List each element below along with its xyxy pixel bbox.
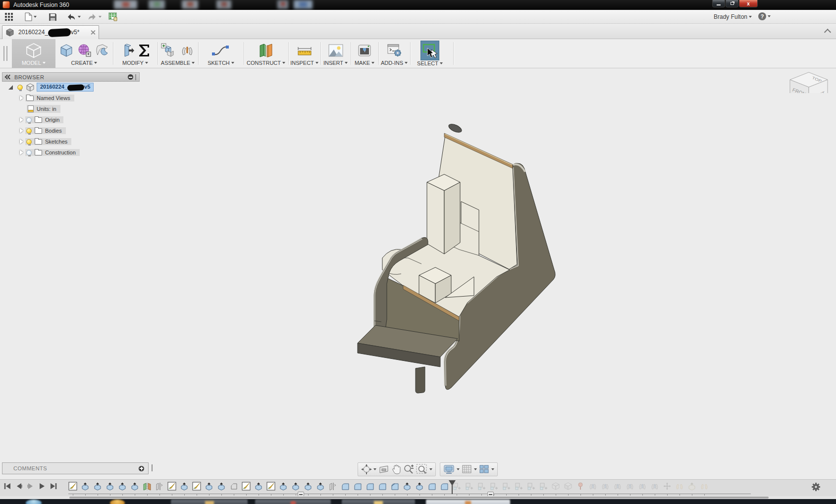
timeline-feature-fillet[interactable]	[366, 482, 375, 491]
data-panel-icon[interactable]	[108, 12, 118, 21]
ribbon-group-make[interactable]: MAKE	[351, 39, 378, 68]
collapse-panel-icon[interactable]	[5, 75, 10, 79]
browser-root-item[interactable]: 20160224_v5	[2, 82, 140, 93]
ribbon-group-insert[interactable]: INSERT	[320, 39, 351, 68]
tab-close-icon[interactable]	[90, 30, 96, 35]
redo-button[interactable]	[87, 12, 102, 21]
expanded-triangle-icon[interactable]	[8, 85, 13, 90]
pan-button[interactable]	[391, 464, 401, 475]
timeline-feature-fillet[interactable]	[427, 482, 437, 491]
timeline-feature-component[interactable]	[465, 482, 474, 491]
browser-item-sketches[interactable]: Sketches	[2, 136, 140, 147]
step-back-button[interactable]	[16, 483, 22, 490]
timeline-feature-extrude[interactable]	[304, 482, 313, 491]
timeline-feature-extrude_faded[interactable]	[687, 482, 697, 491]
comments-resize-handle[interactable]	[152, 464, 153, 471]
timeline-settings-gear-icon[interactable]	[812, 483, 820, 491]
comments-plus-icon[interactable]	[139, 466, 144, 471]
toolbar-grip-handle[interactable]	[3, 46, 7, 61]
collapsed-triangle-icon[interactable]	[20, 139, 23, 144]
timeline-feature-extrude[interactable]	[130, 482, 140, 491]
timeline-feature-joint[interactable]	[588, 482, 598, 491]
collapse-ribbon-chevron[interactable]	[825, 29, 831, 33]
visibility-bulb-on-icon[interactable]	[17, 85, 23, 90]
timeline-feature-extrude[interactable]	[279, 482, 288, 491]
account-menu[interactable]: Brady Fulton	[714, 13, 752, 20]
help-menu[interactable]: ?	[758, 12, 771, 20]
step-forward-button[interactable]	[27, 483, 34, 490]
browser-header[interactable]: BROWSER	[2, 72, 140, 82]
ribbon-group-assemble[interactable]: ASSEMBLE	[157, 39, 198, 68]
timeline-feature-sketch[interactable]	[266, 482, 276, 491]
timeline-feature-box_shaded[interactable]	[564, 482, 573, 491]
panel-minus-icon[interactable]	[128, 74, 133, 80]
timeline-feature-extrude[interactable]	[254, 482, 263, 491]
timeline-feature-joint[interactable]	[638, 482, 647, 491]
workspace-switcher-model[interactable]: MODEL	[12, 39, 55, 68]
timeline-ruler[interactable]	[68, 494, 751, 494]
zoom-window-button[interactable]	[416, 464, 432, 475]
timeline-feature-extrude[interactable]	[118, 482, 127, 491]
timeline-feature-joint_faded[interactable]	[700, 482, 709, 491]
modeling-canvas[interactable]: BROWSER 20160224_v5 Named Views	[0, 68, 836, 479]
timeline-feature-component[interactable]	[489, 482, 499, 491]
look-at-button[interactable]	[378, 464, 389, 474]
timeline-feature-fillet[interactable]	[440, 482, 449, 491]
zoom-button[interactable]	[403, 464, 414, 475]
timeline-feature-joint[interactable]	[650, 482, 660, 491]
restore-button[interactable]	[726, 0, 738, 7]
timeline-feature-chamfer[interactable]	[229, 482, 239, 491]
timeline-feature-extrude[interactable]	[105, 482, 115, 491]
timeline-feature-move[interactable]	[663, 482, 672, 491]
timeline-feature-mirror[interactable]	[143, 482, 152, 491]
timeline-feature-sketch[interactable]	[68, 482, 78, 491]
file-menu-button[interactable]	[25, 12, 37, 21]
timeline-feature-joint_faded[interactable]	[675, 482, 684, 491]
view-cube[interactable]: TOP FRONT RIGHT	[785, 44, 833, 93]
timeline-feature-extrude[interactable]	[205, 482, 214, 491]
timeline-feature-extrude[interactable]	[81, 482, 90, 491]
timeline-feature-flip[interactable]	[328, 482, 338, 491]
model-step-stool[interactable]	[342, 114, 570, 401]
timeline-feature-extrude[interactable]	[93, 482, 103, 491]
timeline-feature-joint[interactable]	[626, 482, 635, 491]
timeline-feature-extrude[interactable]	[291, 482, 301, 491]
collapsed-triangle-icon[interactable]	[20, 117, 23, 122]
visibility-bulb-on-icon[interactable]	[26, 139, 32, 145]
timeline-feature-joint[interactable]	[601, 482, 610, 491]
go-to-start-button[interactable]	[4, 483, 11, 490]
timeline-feature-component[interactable]	[514, 482, 523, 491]
timeline-feature-extrude[interactable]	[180, 482, 189, 491]
timeline-feature-fillet[interactable]	[353, 482, 363, 491]
timeline-feature-box[interactable]	[551, 482, 561, 491]
visibility-bulb-on-icon[interactable]	[26, 128, 32, 134]
browser-item-bodies[interactable]: Bodies	[2, 125, 140, 136]
document-tab[interactable]: 20160224_v5*	[2, 25, 99, 39]
save-button[interactable]	[49, 12, 57, 21]
ribbon-group-modify[interactable]: MODIFY	[113, 39, 157, 68]
minimize-button[interactable]	[712, 0, 725, 7]
timeline-feature-flip[interactable]	[155, 482, 164, 491]
go-to-end-button[interactable]	[50, 483, 57, 490]
timeline-feature-extrude[interactable]	[217, 482, 226, 491]
timeline-feature-sketch[interactable]	[167, 482, 177, 491]
timeline-feature-extrude[interactable]	[415, 482, 424, 491]
ribbon-group-addins[interactable]: ADD-INS	[378, 39, 410, 68]
timeline-feature-fillet[interactable]	[378, 482, 387, 491]
ribbon-group-inspect[interactable]: INSPECT	[288, 39, 320, 68]
timeline-feature-component[interactable]	[526, 482, 536, 491]
timeline-feature-sketch[interactable]	[242, 482, 251, 491]
timeline-feature-sketch[interactable]	[192, 482, 202, 491]
timeline-scrollbar[interactable]	[69, 497, 769, 499]
panel-resize-handle[interactable]	[135, 74, 136, 80]
browser-item-construction[interactable]: Construction	[2, 147, 140, 158]
timeline-feature-joint[interactable]	[613, 482, 623, 491]
timeline-feature-extrude[interactable]	[403, 482, 412, 491]
visibility-bulb-off-icon[interactable]	[26, 150, 32, 155]
orbit-button[interactable]	[361, 464, 376, 475]
browser-item-origin[interactable]: Origin	[2, 114, 140, 125]
timeline-feature-component[interactable]	[477, 482, 486, 491]
display-settings-button[interactable]	[443, 464, 460, 474]
timeline-feature-extrude[interactable]	[316, 482, 325, 491]
browser-item-named-views[interactable]: Named Views	[2, 93, 140, 103]
